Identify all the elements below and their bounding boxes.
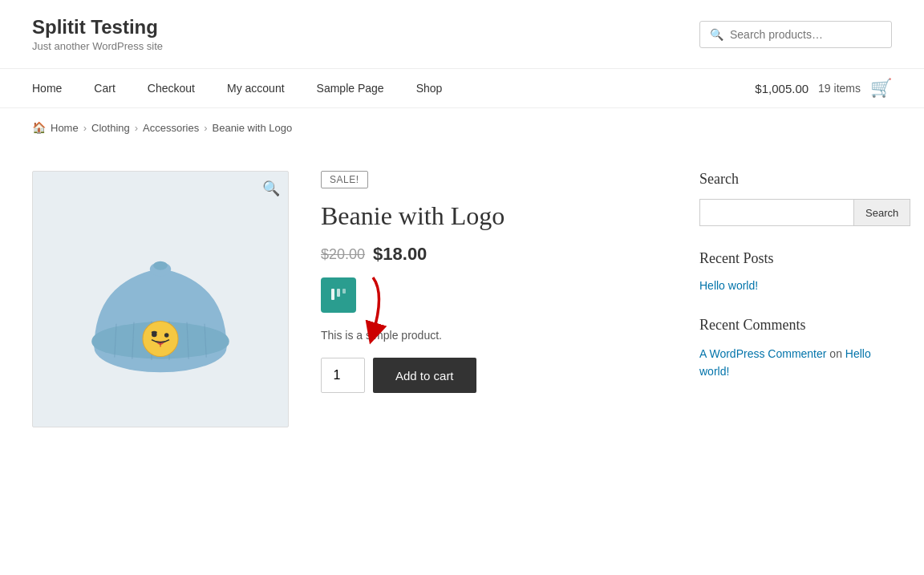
price-sale: $18.00 bbox=[373, 244, 427, 265]
home-icon: 🏠 bbox=[32, 121, 46, 134]
recent-posts-list: Hello world! bbox=[699, 278, 892, 293]
product-image: 🔍 bbox=[32, 171, 289, 427]
sidebar-search-input[interactable] bbox=[699, 199, 854, 226]
add-to-cart-button[interactable]: Add to cart bbox=[373, 358, 476, 393]
svg-point-11 bbox=[164, 333, 169, 338]
comment-author-link[interactable]: A WordPress Commenter bbox=[699, 347, 826, 360]
breadcrumb-sep-1: › bbox=[83, 122, 87, 134]
list-item: Hello world! bbox=[699, 278, 892, 293]
product-price: $20.00 $18.00 bbox=[321, 244, 667, 265]
price-original: $20.00 bbox=[321, 246, 365, 263]
site-header: Splitit Testing Just another WordPress s… bbox=[0, 0, 924, 69]
recent-post-link[interactable]: Hello world! bbox=[699, 279, 758, 292]
nav-cart[interactable]: Cart bbox=[78, 69, 131, 107]
comment-on-text: on bbox=[829, 347, 845, 360]
svg-point-9 bbox=[143, 322, 178, 357]
nav-links: Home Cart Checkout My account Sample Pag… bbox=[32, 69, 458, 107]
recent-comments-title: Recent Comments bbox=[699, 317, 892, 334]
product-illustration bbox=[72, 211, 249, 387]
breadcrumb-clothing[interactable]: Clothing bbox=[91, 122, 130, 134]
breadcrumb-sep-2: › bbox=[135, 122, 138, 134]
nav-home[interactable]: Home bbox=[32, 69, 78, 107]
sidebar-search-title: Search bbox=[699, 171, 892, 188]
site-branding: Splitit Testing Just another WordPress s… bbox=[32, 16, 163, 52]
sidebar: Search Search Recent Posts Hello world! … bbox=[699, 171, 892, 427]
breadcrumb-current: Beanie with Logo bbox=[213, 122, 293, 134]
nav-shop[interactable]: Shop bbox=[400, 69, 459, 107]
cart-summary: $1,005.00 19 items 🛒 bbox=[755, 78, 892, 99]
recent-posts-title: Recent Posts bbox=[699, 250, 892, 267]
cart-icon[interactable]: 🛒 bbox=[870, 78, 892, 99]
sale-badge: SALE! bbox=[321, 171, 368, 188]
arrow-annotation bbox=[329, 269, 393, 350]
site-title[interactable]: Splitit Testing bbox=[32, 16, 158, 38]
breadcrumb-accessories[interactable]: Accessories bbox=[143, 122, 199, 134]
add-to-cart-row: Add to cart bbox=[321, 358, 667, 393]
main-nav: Home Cart Checkout My account Sample Pag… bbox=[0, 69, 924, 108]
sidebar-search-section: Search Search bbox=[699, 171, 892, 226]
search-icon: 🔍 bbox=[710, 28, 723, 41]
zoom-icon[interactable]: 🔍 bbox=[262, 180, 280, 197]
breadcrumb-home[interactable]: Home bbox=[51, 122, 79, 134]
recent-posts-section: Recent Posts Hello world! bbox=[699, 250, 892, 293]
product-title: Beanie with Logo bbox=[321, 201, 667, 231]
header-search-input[interactable] bbox=[730, 28, 881, 41]
main-content: 🔍 bbox=[0, 147, 924, 451]
cart-items-count: 19 items bbox=[818, 82, 861, 95]
nav-sample-page[interactable]: Sample Page bbox=[301, 69, 400, 107]
list-item: A WordPress Commenter on Hello world! bbox=[699, 345, 892, 381]
sidebar-search-button[interactable]: Search bbox=[854, 199, 910, 226]
header-search-form: 🔍 bbox=[699, 21, 892, 48]
site-tagline: Just another WordPress site bbox=[32, 40, 163, 52]
nav-my-account[interactable]: My account bbox=[211, 69, 301, 107]
breadcrumb: 🏠 Home › Clothing › Accessories › Beanie… bbox=[0, 108, 924, 147]
nav-checkout[interactable]: Checkout bbox=[132, 69, 211, 107]
recent-comments-list: A WordPress Commenter on Hello world! bbox=[699, 345, 892, 381]
recent-comments-section: Recent Comments A WordPress Commenter on… bbox=[699, 317, 892, 381]
svg-point-8 bbox=[153, 261, 168, 270]
product-details: SALE! Beanie with Logo $20.00 $18.00 bbox=[321, 171, 667, 427]
sidebar-search-form: Search bbox=[699, 199, 892, 226]
cart-amount: $1,005.00 bbox=[755, 82, 808, 95]
breadcrumb-sep-3: › bbox=[204, 122, 207, 134]
product-area: 🔍 bbox=[32, 171, 667, 427]
quantity-input[interactable] bbox=[321, 358, 365, 393]
product-image-col: 🔍 bbox=[32, 171, 289, 427]
